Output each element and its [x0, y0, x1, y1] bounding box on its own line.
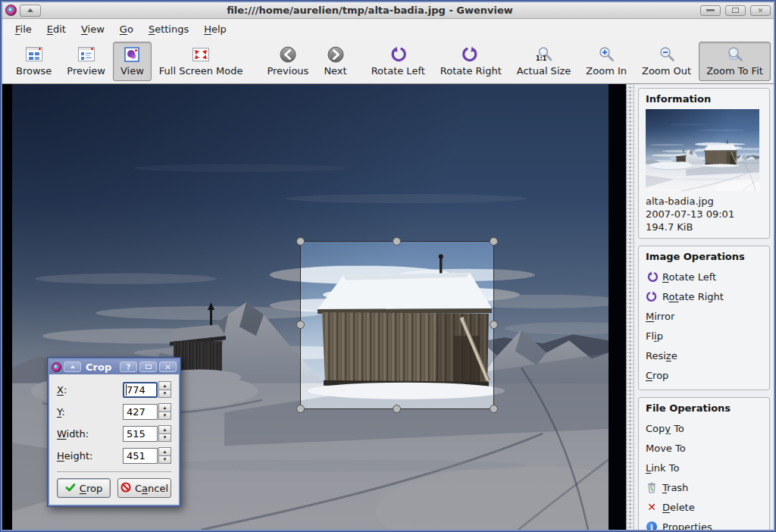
op-link-to[interactable]: Link To [646, 458, 762, 477]
op-delete[interactable]: ✕ Delete [646, 497, 762, 517]
svg-text:1:1: 1:1 [536, 55, 547, 62]
dialog-shade-button[interactable] [64, 361, 81, 372]
op-mirror[interactable]: Mirror [646, 306, 762, 326]
rotate-left-icon [646, 271, 658, 283]
crop-handle-bottom-right[interactable] [490, 405, 498, 413]
thumbnail-image [646, 109, 759, 191]
height-field-input[interactable] [123, 448, 158, 464]
op-crop[interactable]: Crop [646, 365, 762, 385]
sidebar: Information alta-badia.jpg 2007-07-13 09… [634, 84, 774, 530]
op-label: Flip [646, 330, 663, 342]
height-spin-down-button[interactable]: ▼ [158, 456, 171, 465]
toolbar-button-previous[interactable]: Previous [259, 42, 316, 81]
dialog-button-row: Crop Cancel [57, 478, 171, 498]
crop-handle-top-left[interactable] [296, 237, 305, 246]
minimize-button[interactable] [700, 5, 721, 16]
dialog-separator [57, 471, 171, 472]
width-field-label: Width: [57, 428, 123, 440]
close-button[interactable]: ✕ [750, 5, 771, 16]
op-flip[interactable]: Flip [646, 326, 762, 346]
file-operations-title: File Operations [646, 402, 762, 414]
toolbar-button-zoom-in[interactable]: Zoom In [578, 42, 634, 81]
crop-confirm-button[interactable]: Crop [57, 478, 111, 498]
x-spin-down-button[interactable]: ▼ [158, 390, 171, 399]
toolbar-button-label: Previous [267, 65, 308, 77]
information-panel: Information alta-badia.jpg 2007-07-13 09… [638, 88, 770, 239]
op-label: Delete [662, 502, 695, 513]
toolbar-button-rotate-left[interactable]: Rotate Left [364, 42, 433, 81]
op-label: Rotate Left [662, 271, 716, 283]
y-spin-up-button[interactable]: ▲ [158, 403, 171, 412]
cancel-button[interactable]: Cancel [117, 478, 171, 498]
window-title: file:///home/aurelien/tmp/alta-badia.jpg… [44, 5, 696, 16]
y-spin-down-button[interactable]: ▼ [158, 412, 171, 421]
menu-edit[interactable]: Edit [40, 21, 73, 37]
toolbar-button-view[interactable]: View [113, 42, 152, 81]
op-copy-to[interactable]: Copy To [646, 418, 762, 438]
crop-handle-bottom-left[interactable] [296, 405, 305, 413]
crop-handle-mid-right[interactable] [490, 321, 498, 329]
crop-handle-mid-left[interactable] [296, 321, 305, 329]
height-spin-up-button[interactable]: ▲ [158, 447, 171, 456]
toolbar-button-label: Actual Size [517, 65, 571, 77]
toolbar-button-browse[interactable]: Browse [8, 42, 59, 81]
toolbar-button-rotate-right[interactable]: Rotate Right [433, 42, 509, 81]
op-resize[interactable]: Resize [646, 346, 762, 365]
crop-selection-rect[interactable] [300, 241, 494, 409]
crop-handle-bottom-center[interactable] [393, 405, 401, 413]
sidebar-splitter[interactable] [626, 84, 634, 530]
op-label: Resize [646, 350, 677, 361]
width-field-input[interactable] [123, 426, 158, 442]
toolbar-button-next[interactable]: Next [316, 42, 354, 81]
fullscreen-icon [192, 46, 210, 63]
dialog-close-button[interactable]: ✕ [159, 361, 177, 372]
shade-button[interactable] [20, 5, 41, 17]
crop-dialog-titlebar[interactable]: Crop ? ✕ [49, 359, 179, 374]
menu-file[interactable]: File [8, 21, 39, 37]
crop-dim-overlay-right [494, 241, 626, 409]
menu-settings[interactable]: Settings [142, 21, 196, 37]
op-properties[interactable]: i Properties [646, 517, 762, 530]
op-label: Mirror [646, 311, 674, 322]
toolbar: Browse Preview View Full Screen Mode [2, 39, 774, 84]
toolbar-button-actual-size[interactable]: 1:1 Actual Size [509, 42, 579, 81]
op-rotate-left[interactable]: Rotate Left [646, 267, 762, 286]
x-field-input[interactable] [123, 382, 158, 398]
op-label: Copy To [646, 423, 684, 434]
dialog-help-button[interactable]: ? [120, 361, 137, 372]
check-icon [65, 483, 76, 494]
view-icon [123, 46, 141, 63]
preview-icon [77, 46, 95, 63]
op-rotate-right[interactable]: Rotate Right [646, 286, 762, 306]
x-spin-up-button[interactable]: ▲ [158, 381, 171, 390]
menu-go[interactable]: Go [113, 21, 140, 37]
width-spin-down-button[interactable]: ▼ [158, 434, 171, 443]
toolbar-button-fullscreen[interactable]: Full Screen Mode [152, 42, 251, 81]
file-name: alta-badia.jpg [646, 195, 762, 208]
y-field-input[interactable] [123, 404, 158, 420]
dialog-maximize-button[interactable] [139, 361, 157, 372]
cancel-button-label: Cancel [135, 483, 168, 494]
toolbar-button-label: Next [324, 65, 346, 77]
previous-icon [279, 46, 297, 63]
x-field-label: X: [57, 384, 123, 396]
width-spin-up-button[interactable]: ▲ [158, 425, 171, 434]
titlebar[interactable]: file:///home/aurelien/tmp/alta-badia.jpg… [2, 2, 774, 19]
toolbar-button-zoom-out[interactable]: Zoom Out [634, 42, 699, 81]
op-label: Trash [662, 482, 688, 493]
crop-dialog: Crop ? ✕ X: ▲ ▼ Y: [47, 357, 181, 507]
op-trash[interactable]: Trash [646, 477, 762, 497]
toolbar-button-zoom-to-fit[interactable]: Zoom To Fit [699, 42, 771, 81]
rotate-right-icon [646, 290, 658, 302]
op-move-to[interactable]: Move To [646, 438, 762, 458]
maximize-button[interactable] [725, 5, 746, 16]
file-operations-panel: File Operations Copy To Move To Link To … [638, 397, 770, 530]
crop-dialog-title: Crop [86, 361, 111, 373]
crop-handle-top-right[interactable] [490, 237, 498, 246]
menu-view[interactable]: View [74, 21, 111, 37]
image-operations-panel: Image Operations Rotate Left Rotate Righ… [638, 246, 770, 390]
toolbar-button-preview[interactable]: Preview [59, 42, 113, 81]
op-label: Crop [646, 370, 668, 381]
crop-handle-top-center[interactable] [393, 237, 401, 246]
menu-help[interactable]: Help [197, 21, 233, 37]
